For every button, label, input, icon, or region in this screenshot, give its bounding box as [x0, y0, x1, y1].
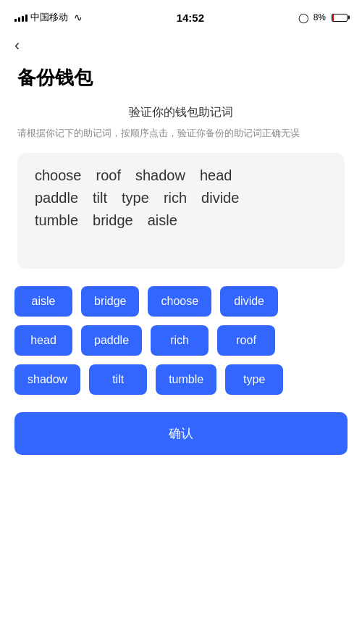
circle-icon: ◯ — [298, 12, 309, 23]
display-word-roof: roof — [96, 167, 121, 184]
word-row-3: tumble bridge aisle — [35, 212, 327, 229]
word-btn-head[interactable]: head — [14, 325, 72, 356]
word-buttons-section: aisle bridge choose divide head paddle r… — [0, 269, 362, 406]
verify-description: 请根据你记下的助记词，按顺序点击，验证你备份的助记词正确无误 — [17, 126, 345, 141]
word-btn-tilt[interactable]: tilt — [89, 364, 147, 395]
word-row-1: choose roof shadow head — [35, 167, 327, 184]
word-btn-roof[interactable]: roof — [217, 325, 275, 356]
signal-bars-icon — [14, 13, 28, 22]
word-btn-rich[interactable]: rich — [151, 325, 209, 356]
display-word-head: head — [200, 167, 232, 184]
confirm-section: 确认 — [0, 406, 362, 469]
word-btn-divide[interactable]: divide — [220, 286, 278, 317]
display-word-rich: rich — [164, 190, 187, 206]
word-buttons-row-3: shadow tilt tumble type — [14, 364, 348, 395]
display-word-choose: choose — [35, 167, 82, 184]
display-word-type: type — [122, 190, 149, 206]
word-btn-bridge[interactable]: bridge — [81, 286, 139, 317]
word-buttons-row-1: aisle bridge choose divide — [14, 286, 348, 317]
word-btn-choose[interactable]: choose — [148, 286, 211, 317]
nav-bar: ‹ — [0, 32, 362, 57]
page-title: 备份钱包 — [0, 57, 362, 105]
carrier-label: 中国移动 — [30, 11, 68, 24]
back-button[interactable]: ‹ — [14, 38, 20, 54]
battery-icon — [330, 14, 348, 22]
display-word-bridge: bridge — [93, 212, 133, 229]
word-btn-type[interactable]: type — [225, 364, 283, 395]
word-btn-aisle[interactable]: aisle — [14, 286, 72, 317]
word-row-2: paddle tilt type rich divide — [35, 190, 327, 206]
status-left: 中国移动 ∿ — [14, 11, 83, 24]
confirm-button[interactable]: 确认 — [14, 412, 348, 455]
status-right: ◯ 8% — [298, 12, 348, 23]
word-btn-paddle[interactable]: paddle — [81, 325, 142, 356]
verify-section: 验证你的钱包助记词 请根据你记下的助记词，按顺序点击，验证你备份的助记词正确无误 — [0, 105, 362, 141]
display-word-tilt: tilt — [93, 190, 107, 206]
verify-title: 验证你的钱包助记词 — [17, 105, 345, 120]
back-arrow-icon: ‹ — [14, 38, 20, 54]
display-word-tumble: tumble — [35, 212, 78, 229]
display-word-aisle: aisle — [148, 212, 177, 229]
display-word-shadow: shadow — [135, 167, 185, 184]
word-btn-tumble[interactable]: tumble — [156, 364, 216, 395]
word-buttons-row-2: head paddle rich roof — [14, 325, 348, 356]
word-btn-shadow[interactable]: shadow — [14, 364, 80, 395]
status-bar: 中国移动 ∿ 14:52 ◯ 8% — [0, 0, 362, 32]
display-word-paddle: paddle — [35, 190, 78, 206]
status-time: 14:52 — [177, 12, 204, 24]
wifi-icon: ∿ — [74, 12, 83, 23]
battery-percent: 8% — [313, 12, 326, 22]
display-word-divide: divide — [201, 190, 239, 206]
word-display-box: choose roof shadow head paddle tilt type… — [17, 153, 345, 269]
